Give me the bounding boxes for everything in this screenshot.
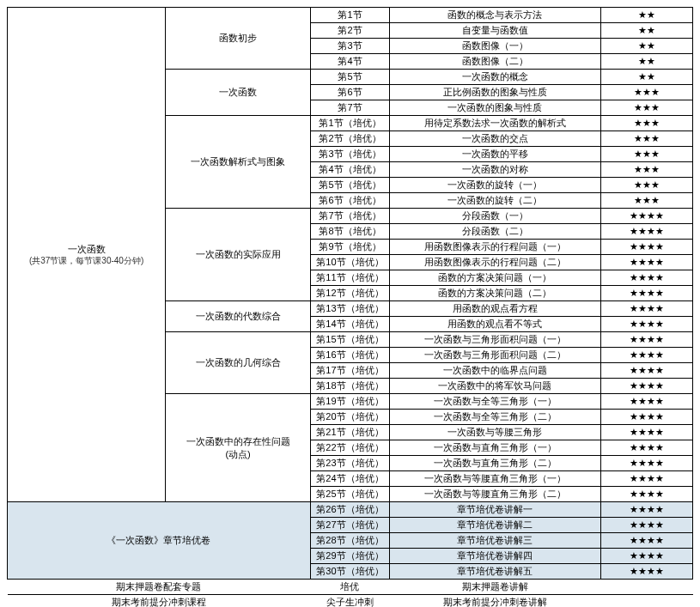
lesson-cell: 第6节	[310, 85, 389, 100]
table-row-highlight: 《一次函数》章节培优卷第26节（培优）章节培优卷讲解一★★★★	[8, 502, 693, 518]
lesson-cell: 第10节（培优）	[310, 255, 389, 270]
lesson-cell: 第29节（培优）	[310, 549, 389, 564]
stars-cell: ★★★★	[600, 425, 692, 440]
lesson-title-cell: 函数的概念与表示方法	[390, 8, 601, 23]
lesson-cell: 第30节（培优）	[310, 564, 389, 580]
topic-cell: 一次函数的实际应用	[166, 209, 311, 301]
lesson-cell: 第12节（培优）	[310, 286, 389, 301]
topic-cell: 一次函数的几何综合	[166, 332, 311, 394]
stars-cell: ★★★	[600, 162, 692, 178]
lesson-cell: 第26节（培优）	[310, 502, 389, 518]
lesson-cell: 第11节（培优）	[310, 270, 389, 286]
lesson-title-cell: 一次函数与三角形面积问题（二）	[390, 348, 601, 363]
stars-cell: ★★★★	[600, 301, 692, 317]
lesson-title-cell: 一次函数的旋转（二）	[390, 193, 601, 209]
stars-cell: ★★	[600, 54, 692, 70]
stars-cell: ★★★★	[600, 379, 692, 394]
stars-cell: ★★★	[600, 116, 692, 131]
lesson-title-cell: 用函数图像表示的行程问题（二）	[390, 255, 601, 270]
stars-cell: ★★★★	[600, 487, 692, 502]
topic-cell: 一次函数的代数综合	[166, 301, 311, 332]
stars-cell: ★★★★	[600, 502, 692, 518]
stars-cell: ★★★	[600, 131, 692, 147]
lesson-title-cell: 一次函数与等腰直角三角形（一）	[390, 471, 601, 487]
lesson-title-cell: 章节培优卷讲解一	[390, 502, 601, 518]
main-section-cell: 一次函数(共37节课，每节课30-40分钟)	[8, 8, 166, 502]
stars-cell: ★★★★	[600, 255, 692, 270]
lesson-title-cell: 一次函数的概念	[390, 70, 601, 85]
lesson-cell: 第15节（培优）	[310, 332, 389, 348]
lesson-cell: 第4节	[310, 54, 389, 70]
stars-cell: ★★★★	[600, 518, 692, 533]
lesson-cell: 第27节（培优）	[310, 518, 389, 533]
stars-cell: ★★★★	[600, 410, 692, 425]
stars-cell: ★★★★	[600, 549, 692, 564]
lesson-title-cell: 一次函数的平移	[390, 147, 601, 162]
main-section-title: 一次函数	[11, 243, 161, 255]
footer-level: 培优	[310, 580, 389, 595]
lesson-cell: 第20节（培优）	[310, 410, 389, 425]
lesson-title-cell: 一次函数中的将军饮马问题	[390, 379, 601, 394]
lesson-title-cell: 用待定系数法求一次函数的解析式	[390, 116, 601, 131]
lesson-title-cell: 分段函数（二）	[390, 224, 601, 240]
lesson-cell: 第22节（培优）	[310, 440, 389, 456]
stars-cell: ★★★★	[600, 224, 692, 240]
stars-cell: ★★★★	[600, 286, 692, 301]
lesson-title-cell: 函数图像（二）	[390, 54, 601, 70]
stars-cell: ★★★★	[600, 564, 692, 580]
topic-cell: 一次函数	[166, 70, 311, 116]
stars-cell: ★★★	[600, 193, 692, 209]
lesson-cell: 第4节（培优）	[310, 162, 389, 178]
lesson-title-cell: 函数图像（一）	[390, 39, 601, 54]
lesson-cell: 第18节（培优）	[310, 379, 389, 394]
stars-cell: ★★★★	[600, 440, 692, 456]
lesson-title-cell: 章节培优卷讲解三	[390, 533, 601, 549]
lesson-title-cell: 用函数的观点看不等式	[390, 317, 601, 332]
stars-cell: ★★★★	[600, 394, 692, 410]
footer-row: 期末考前提分冲刺课程尖子生冲刺期末考前提分冲刺卷讲解	[8, 595, 693, 608]
lesson-cell: 第7节	[310, 100, 389, 116]
curriculum-table: 一次函数(共37节课，每节课30-40分钟)函数初步第1节函数的概念与表示方法★…	[7, 7, 693, 607]
lesson-title-cell: 一次函数与全等三角形（二）	[390, 410, 601, 425]
lesson-title-cell: 一次函数的旋转（一）	[390, 178, 601, 193]
lesson-cell: 第1节	[310, 8, 389, 23]
stars-cell: ★★★★	[600, 317, 692, 332]
lesson-cell: 第5节	[310, 70, 389, 85]
lesson-title-cell: 函数的方案决策问题（一）	[390, 270, 601, 286]
footer-topic: 期末考前提分冲刺课程	[8, 595, 311, 608]
lesson-title-cell: 一次函数的交点	[390, 131, 601, 147]
lesson-title-cell: 一次函数中的临界点问题	[390, 363, 601, 379]
lesson-cell: 第17节（培优）	[310, 363, 389, 379]
lesson-cell: 第14节（培优）	[310, 317, 389, 332]
lesson-title-cell: 一次函数与三角形面积问题（一）	[390, 332, 601, 348]
lesson-title-cell: 一次函数与直角三角形（一）	[390, 440, 601, 456]
footer-topic: 期末押题卷配套专题	[8, 580, 311, 595]
chapter-test-title: 《一次函数》章节培优卷	[8, 502, 311, 580]
topic-cell: 函数初步	[166, 8, 311, 70]
footer-row: 期末押题卷配套专题培优期末押题卷讲解	[8, 580, 693, 595]
lesson-cell: 第3节（培优）	[310, 147, 389, 162]
lesson-cell: 第23节（培优）	[310, 456, 389, 471]
lesson-title-cell: 章节培优卷讲解五	[390, 564, 601, 580]
lesson-title-cell: 正比例函数的图象与性质	[390, 85, 601, 100]
lesson-title-cell: 一次函数与直角三角形（二）	[390, 456, 601, 471]
lesson-cell: 第9节（培优）	[310, 240, 389, 255]
lesson-title-cell: 一次函数与等腰三角形	[390, 425, 601, 440]
lesson-cell: 第25节（培优）	[310, 487, 389, 502]
footer-level: 尖子生冲刺	[310, 595, 389, 608]
stars-cell: ★★★★	[600, 240, 692, 255]
stars-cell: ★★	[600, 8, 692, 23]
lesson-title-cell: 分段函数（一）	[390, 209, 601, 224]
lesson-title-cell: 自变量与函数值	[390, 23, 601, 39]
lesson-cell: 第13节（培优）	[310, 301, 389, 317]
lesson-cell: 第19节（培优）	[310, 394, 389, 410]
lesson-cell: 第2节	[310, 23, 389, 39]
footer-empty	[600, 580, 692, 595]
stars-cell: ★★★★	[600, 270, 692, 286]
lesson-cell: 第6节（培优）	[310, 193, 389, 209]
stars-cell: ★★★★	[600, 471, 692, 487]
lesson-title-cell: 一次函数与等腰直角三角形（二）	[390, 487, 601, 502]
stars-cell: ★★★★	[600, 209, 692, 224]
topic-cell: 一次函数解析式与图象	[166, 116, 311, 209]
lesson-cell: 第8节（培优）	[310, 224, 389, 240]
